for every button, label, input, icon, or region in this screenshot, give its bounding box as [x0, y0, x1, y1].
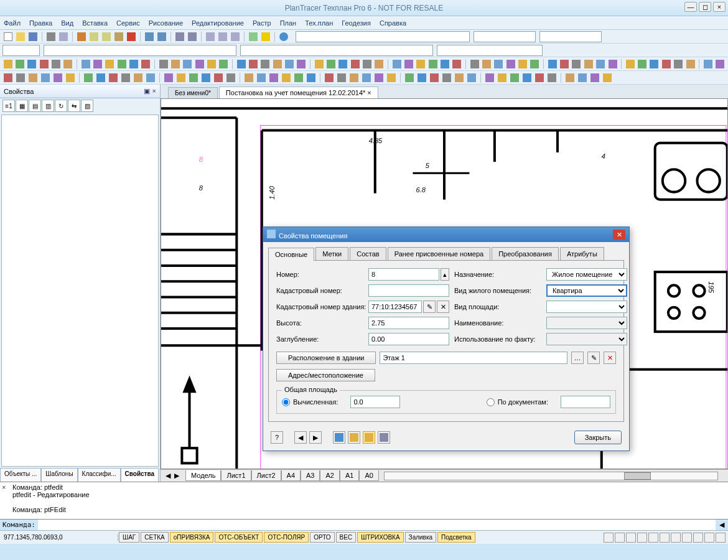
toolbar-icon[interactable]: [547, 58, 558, 70]
toolbar-icon[interactable]: [163, 72, 174, 83]
menu-insert[interactable]: Вставка: [82, 19, 108, 27]
toolbar-icon[interactable]: [2, 58, 13, 70]
status-icon-2[interactable]: [615, 533, 625, 543]
status-icon-5[interactable]: [648, 533, 658, 543]
toolbar-icon[interactable]: [386, 72, 397, 83]
toolbar-icon[interactable]: [497, 72, 508, 83]
dlg-tab-main[interactable]: Основные: [268, 248, 314, 261]
height-field[interactable]: [368, 317, 449, 329]
menu-geodesy[interactable]: Геодезия: [342, 19, 371, 27]
dialog-close-icon[interactable]: ✕: [613, 230, 625, 240]
copy-icon[interactable]: [88, 31, 100, 42]
toolbar-icon[interactable]: [188, 72, 199, 83]
toolbar-icon[interactable]: [92, 58, 103, 70]
status-toggle-орто[interactable]: ОРТО: [310, 532, 334, 543]
toolbar-icon[interactable]: [439, 58, 450, 70]
toolbar-icon[interactable]: [256, 72, 267, 83]
doc-tab-close-icon[interactable]: ×: [367, 89, 371, 96]
save-icon[interactable]: [27, 31, 39, 42]
toolbar-icon[interactable]: [625, 58, 635, 70]
toolbar-icon[interactable]: [80, 58, 91, 70]
toolbar-icon[interactable]: [589, 72, 600, 83]
menu-plan[interactable]: План: [280, 19, 297, 27]
menu-techplan[interactable]: Тех.план: [305, 19, 333, 27]
radio-computed[interactable]: Вычисленная:: [282, 398, 338, 406]
toolbar-icon[interactable]: [52, 72, 63, 83]
toolbar-icon[interactable]: [272, 58, 282, 70]
style-select-1[interactable]: [44, 45, 236, 56]
toolbar-icon[interactable]: [27, 58, 37, 70]
dlg-tab-marks[interactable]: Метки: [315, 247, 348, 260]
status-icon-4[interactable]: [637, 533, 647, 543]
dlg-help-icon[interactable]: ?: [271, 431, 283, 444]
toolbar-icon[interactable]: [141, 58, 151, 70]
toolbar-icon[interactable]: [661, 58, 671, 70]
docs-area-field[interactable]: [561, 396, 610, 408]
toolbar-icon[interactable]: [206, 58, 217, 70]
dlg-tab-attrs[interactable]: Атрибуты: [560, 247, 604, 260]
toolbar-icon[interactable]: [175, 72, 187, 83]
toolbar-icon[interactable]: [182, 58, 193, 70]
status-icon-11[interactable]: [716, 533, 726, 543]
cut-icon[interactable]: [76, 31, 87, 42]
command-input[interactable]: [38, 520, 716, 530]
help-icon[interactable]: [278, 31, 289, 42]
menu-help[interactable]: Справка: [380, 19, 406, 27]
measure-icon[interactable]: [248, 31, 259, 42]
toolbar-icon[interactable]: [243, 72, 254, 83]
redo-icon[interactable]: [156, 31, 167, 42]
command-history-icon[interactable]: ◀: [716, 521, 728, 529]
toolbar-icon[interactable]: [324, 72, 335, 83]
prop-btn-5[interactable]: ↻: [55, 100, 67, 112]
style-select-2[interactable]: [240, 45, 433, 56]
edit-cadastral-icon[interactable]: ✎: [423, 301, 436, 313]
style-select-3[interactable]: [437, 45, 543, 56]
toolbar-icon[interactable]: [452, 58, 462, 70]
toolbar-icon[interactable]: [362, 58, 372, 70]
toolbar-icon[interactable]: [116, 58, 127, 70]
toolbar-icon[interactable]: [454, 72, 465, 83]
toolbar-icon[interactable]: [50, 58, 61, 70]
prop-btn-3[interactable]: ▤: [29, 100, 41, 112]
toolbar-icon[interactable]: [714, 58, 725, 70]
toolbar-icon[interactable]: [493, 58, 504, 70]
minimize-button[interactable]: —: [684, 2, 697, 12]
status-icon-1[interactable]: [604, 533, 614, 543]
toolbar-icon[interactable]: [236, 58, 246, 70]
toolbar-icon[interactable]: [350, 58, 360, 70]
sheet-tab-a4[interactable]: A4: [281, 470, 301, 481]
tab-objects[interactable]: Объекты ...: [0, 468, 41, 482]
toolbar-icon[interactable]: [602, 72, 613, 83]
status-icon-10[interactable]: [704, 533, 714, 543]
toolbar-icon[interactable]: [374, 58, 385, 70]
toolbar-icon[interactable]: [268, 72, 279, 83]
toolbar-icon[interactable]: [83, 72, 94, 83]
location-delete-icon[interactable]: ✕: [604, 352, 616, 364]
toolbar-icon[interactable]: [484, 72, 495, 83]
toolbar-icon[interactable]: [607, 58, 618, 70]
toolbar-icon[interactable]: [213, 72, 224, 83]
toolbar-icon[interactable]: [466, 72, 477, 83]
location-field[interactable]: [380, 352, 567, 364]
new-icon[interactable]: [2, 31, 14, 42]
computed-area-field[interactable]: [350, 396, 400, 408]
toolbar-icon[interactable]: [248, 58, 258, 70]
preview-icon[interactable]: [58, 31, 69, 42]
sheet-tab-a2[interactable]: A2: [320, 470, 339, 481]
toolbar-icon[interactable]: [200, 72, 212, 83]
toolbar-icon[interactable]: [429, 72, 440, 83]
toolbar-icon[interactable]: [481, 58, 492, 70]
toolbar-icon[interactable]: [95, 72, 106, 83]
status-icon-8[interactable]: [682, 533, 692, 543]
toolbar-icon[interactable]: [293, 72, 304, 83]
location-edit-icon[interactable]: ✎: [587, 352, 600, 364]
toolbar-icon[interactable]: [218, 58, 229, 70]
toolbar-icon[interactable]: [128, 58, 139, 70]
toolbar-icon[interactable]: [534, 72, 545, 83]
toolbar-icon[interactable]: [348, 72, 360, 83]
toolbar-icon[interactable]: [583, 58, 594, 70]
dialog-close-button[interactable]: Закрыть: [574, 431, 622, 444]
depth-field[interactable]: [368, 333, 449, 345]
status-toggle-заливка[interactable]: Заливка: [405, 532, 437, 543]
toolbar-icon[interactable]: [133, 72, 144, 83]
